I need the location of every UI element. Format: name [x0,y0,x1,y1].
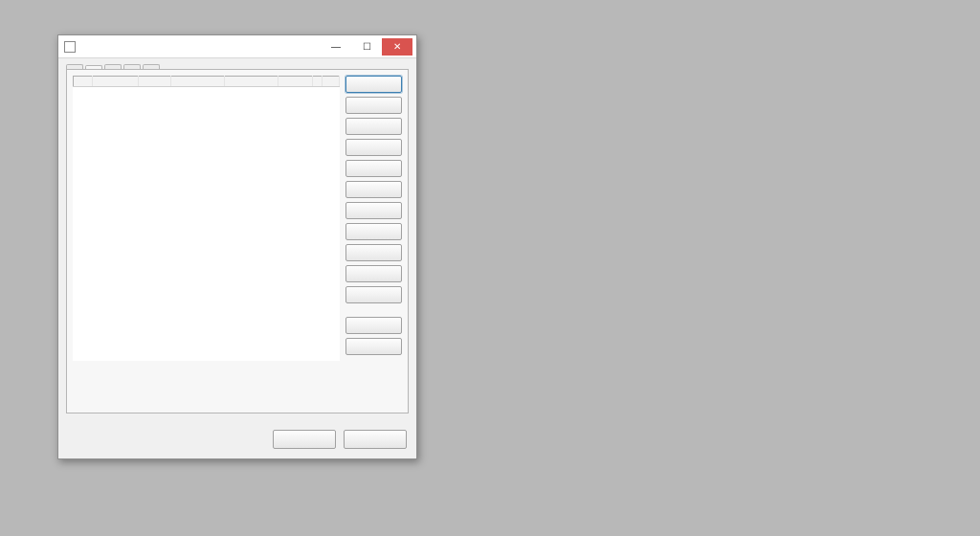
pokaz-button[interactable] [345,76,402,93]
col-t[interactable] [323,77,340,87]
cancel-button[interactable] [344,430,407,449]
col-x[interactable] [171,77,225,87]
minimize-button[interactable]: — [321,38,351,56]
col-y[interactable] [225,77,278,87]
wiecej-button[interactable] [345,338,402,355]
dodaj-button[interactable] [345,181,402,198]
odwroc-button[interactable] [345,265,402,282]
okrag-button[interactable] [345,286,402,303]
usun-button[interactable] [345,223,402,240]
browse-dialog: — ☐ ✕ [57,34,417,459]
przesun-button[interactable] [345,202,402,219]
nowy-button[interactable] [345,160,402,177]
wskaz-button[interactable] [345,139,402,156]
close-button[interactable]: ✕ [382,38,412,56]
next-button[interactable] [273,430,336,449]
dolacz-button[interactable] [345,244,402,261]
maximize-button[interactable]: ☐ [351,38,382,56]
col-bok[interactable] [278,77,313,87]
geometry-table[interactable] [73,76,340,361]
titlebar: — ☐ ✕ [58,35,416,58]
znajdz-button[interactable] [345,118,402,135]
cofnij-button[interactable] [345,317,402,334]
zoom-button[interactable] [345,97,402,114]
col-n[interactable] [313,77,323,87]
tab-page-geometria [66,69,409,413]
app-icon [64,41,76,53]
side-button-stack [345,76,402,361]
col-lp[interactable] [74,77,93,87]
col-nazwa[interactable] [139,77,171,87]
col-kod[interactable] [93,77,139,87]
